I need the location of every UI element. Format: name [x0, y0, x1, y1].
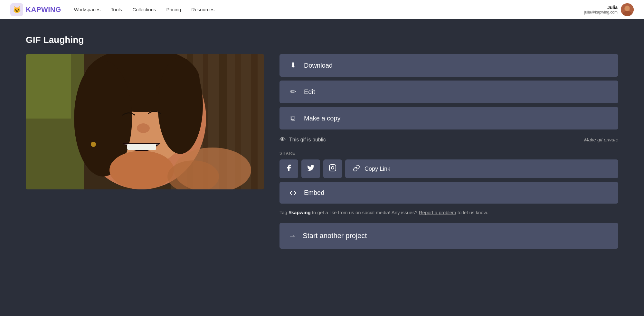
- facebook-button[interactable]: [279, 159, 298, 178]
- public-label: This gif is public: [289, 137, 326, 143]
- twitter-button[interactable]: [301, 159, 320, 178]
- embed-label: Embed: [304, 189, 324, 196]
- avatar[interactable]: [621, 3, 634, 16]
- start-project-button[interactable]: → Start another project: [279, 223, 618, 249]
- instagram-button[interactable]: [323, 159, 342, 178]
- navbar-links: Workspaces Tools Collections Pricing Res…: [74, 7, 584, 12]
- download-icon: ⬇: [289, 61, 298, 70]
- twitter-icon: [307, 164, 315, 174]
- edit-label: Edit: [304, 88, 315, 96]
- user-info: Julia julia@kapwing.com: [584, 5, 618, 14]
- eye-icon: 👁: [279, 136, 286, 143]
- svg-rect-19: [127, 144, 156, 150]
- embed-button[interactable]: Embed: [279, 182, 618, 204]
- start-project-label: Start another project: [303, 232, 367, 240]
- link-icon: [353, 165, 360, 173]
- copy-icon: ⧉: [289, 114, 298, 122]
- arrow-right-icon: →: [289, 231, 296, 240]
- download-label: Download: [304, 62, 333, 69]
- svg-rect-24: [329, 165, 336, 171]
- make-copy-label: Make a copy: [304, 115, 340, 122]
- nav-link-pricing[interactable]: Pricing: [166, 7, 181, 12]
- hashtag-kapwing: #kapwing: [289, 210, 310, 215]
- page-title: GIF Laughing: [26, 35, 618, 45]
- main-content: GIF Laughing: [0, 19, 644, 264]
- embed-icon: [289, 189, 298, 196]
- edit-button[interactable]: ✏ Edit: [279, 81, 618, 103]
- nav-link-collections[interactable]: Collections: [132, 7, 156, 12]
- make-copy-button[interactable]: ⧉ Make a copy: [279, 107, 618, 129]
- nav-link-resources[interactable]: Resources: [191, 7, 214, 12]
- nav-link-tools[interactable]: Tools: [111, 7, 122, 12]
- svg-point-17: [158, 57, 203, 154]
- navbar: 🐱 KAPWING Workspaces Tools Collections P…: [0, 0, 644, 19]
- gif-image: [26, 54, 264, 189]
- public-row: 👁 This gif is public Make gif private: [279, 133, 618, 146]
- nav-link-workspaces[interactable]: Workspaces: [74, 7, 100, 12]
- tag-text-before: Tag: [279, 210, 289, 215]
- svg-rect-10: [251, 54, 258, 189]
- logo-icon: 🐱: [10, 3, 23, 16]
- gif-preview: [26, 54, 264, 189]
- edit-icon: ✏: [289, 88, 298, 96]
- svg-rect-12: [26, 54, 71, 119]
- content-area: ⬇ Download ✏ Edit ⧉ Make a copy 👁 This g…: [26, 54, 618, 249]
- tag-text-end: to let us know.: [456, 210, 488, 215]
- tag-text-after: to get a like from us on social media! A…: [311, 210, 419, 215]
- share-label: SHARE: [279, 151, 618, 156]
- tag-info: Tag #kapwing to get a like from us on so…: [279, 209, 618, 216]
- facebook-icon: [285, 164, 293, 174]
- instagram-icon: [329, 164, 336, 174]
- svg-point-18: [137, 123, 150, 133]
- svg-point-20: [109, 151, 174, 189]
- user-name: Julia: [584, 5, 618, 10]
- svg-point-23: [91, 142, 96, 147]
- make-private-link[interactable]: Make gif private: [584, 137, 618, 142]
- share-row: Copy Link: [279, 159, 618, 178]
- logo-link[interactable]: 🐱 KAPWING: [10, 3, 61, 16]
- svg-point-3: [625, 6, 630, 11]
- right-panel: ⬇ Download ✏ Edit ⧉ Make a copy 👁 This g…: [279, 54, 618, 249]
- copy-link-label: Copy Link: [365, 166, 390, 172]
- navbar-user: Julia julia@kapwing.com: [584, 3, 634, 16]
- report-problem-link[interactable]: Report a problem: [419, 210, 456, 215]
- download-button[interactable]: ⬇ Download: [279, 54, 618, 77]
- copy-link-button[interactable]: Copy Link: [345, 159, 618, 178]
- public-info: 👁 This gif is public: [279, 136, 326, 143]
- user-email: julia@kapwing.com: [584, 10, 618, 14]
- logo-text: KAPWING: [26, 5, 61, 14]
